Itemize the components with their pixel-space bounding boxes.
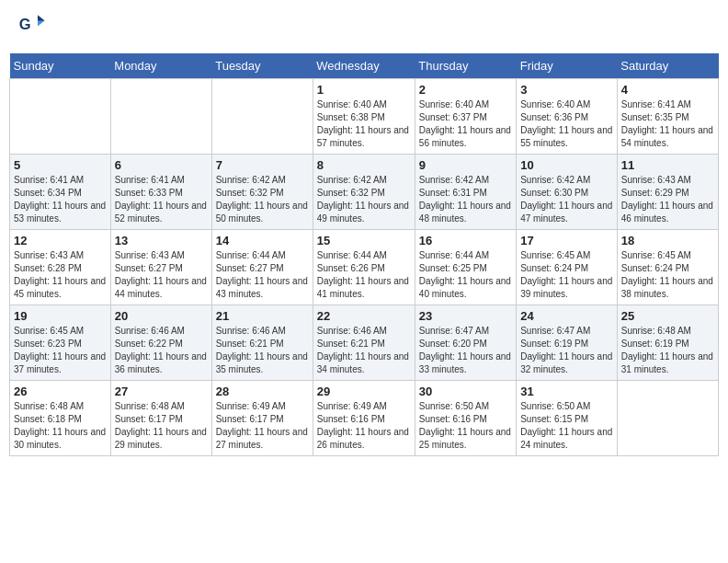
calendar-cell: 17Sunrise: 6:45 AM Sunset: 6:24 PM Dayli… [517, 230, 618, 305]
day-number: 25 [621, 309, 714, 323]
day-info: Sunrise: 6:40 AM Sunset: 6:36 PM Dayligh… [520, 98, 613, 150]
day-number: 18 [621, 234, 714, 247]
day-info: Sunrise: 6:49 AM Sunset: 6:16 PM Dayligh… [317, 400, 411, 452]
page-header: G [9, 9, 719, 46]
calendar-week-row: 19Sunrise: 6:45 AM Sunset: 6:23 PM Dayli… [10, 305, 719, 381]
calendar-cell: 26Sunrise: 6:48 AM Sunset: 6:18 PM Dayli… [10, 381, 111, 456]
calendar-cell: 3Sunrise: 6:40 AM Sunset: 6:36 PM Daylig… [517, 79, 618, 155]
calendar-week-row: 12Sunrise: 6:43 AM Sunset: 6:28 PM Dayli… [10, 230, 719, 305]
calendar-cell: 1Sunrise: 6:40 AM Sunset: 6:38 PM Daylig… [313, 79, 415, 155]
day-info: Sunrise: 6:43 AM Sunset: 6:27 PM Dayligh… [115, 249, 208, 301]
calendar-cell: 7Sunrise: 6:42 AM Sunset: 6:32 PM Daylig… [211, 155, 313, 230]
calendar-cell: 22Sunrise: 6:46 AM Sunset: 6:21 PM Dayli… [313, 305, 415, 381]
day-info: Sunrise: 6:42 AM Sunset: 6:30 PM Dayligh… [520, 174, 613, 225]
day-info: Sunrise: 6:48 AM Sunset: 6:19 PM Dayligh… [621, 325, 714, 376]
day-number: 6 [115, 158, 208, 172]
day-info: Sunrise: 6:45 AM Sunset: 6:23 PM Dayligh… [14, 325, 107, 376]
logo: G [18, 14, 48, 41]
day-number: 3 [520, 83, 613, 97]
day-info: Sunrise: 6:41 AM Sunset: 6:35 PM Dayligh… [621, 98, 714, 150]
day-of-week-friday: Friday [517, 53, 618, 79]
calendar-cell: 8Sunrise: 6:42 AM Sunset: 6:32 PM Daylig… [313, 155, 415, 230]
calendar-cell [110, 79, 211, 155]
calendar-cell: 2Sunrise: 6:40 AM Sunset: 6:37 PM Daylig… [415, 79, 516, 155]
day-info: Sunrise: 6:50 AM Sunset: 6:16 PM Dayligh… [419, 400, 512, 452]
calendar-cell: 25Sunrise: 6:48 AM Sunset: 6:19 PM Dayli… [617, 305, 718, 381]
day-number: 8 [317, 158, 411, 172]
calendar-cell: 6Sunrise: 6:41 AM Sunset: 6:33 PM Daylig… [110, 155, 211, 230]
calendar-cell: 14Sunrise: 6:44 AM Sunset: 6:27 PM Dayli… [211, 230, 313, 305]
calendar-week-row: 5Sunrise: 6:41 AM Sunset: 6:34 PM Daylig… [10, 155, 719, 230]
day-info: Sunrise: 6:40 AM Sunset: 6:38 PM Dayligh… [317, 98, 411, 150]
day-number: 2 [419, 83, 512, 97]
calendar-cell: 18Sunrise: 6:45 AM Sunset: 6:24 PM Dayli… [617, 230, 718, 305]
calendar-cell [617, 381, 718, 456]
day-number: 19 [14, 309, 107, 323]
calendar-cell: 10Sunrise: 6:42 AM Sunset: 6:30 PM Dayli… [517, 155, 618, 230]
day-number: 16 [419, 234, 512, 247]
day-info: Sunrise: 6:41 AM Sunset: 6:34 PM Dayligh… [14, 174, 107, 225]
day-info: Sunrise: 6:40 AM Sunset: 6:37 PM Dayligh… [419, 98, 512, 150]
day-number: 29 [317, 385, 411, 398]
day-number: 31 [520, 385, 613, 398]
day-number: 5 [14, 158, 107, 172]
day-of-week-saturday: Saturday [617, 53, 718, 79]
day-info: Sunrise: 6:42 AM Sunset: 6:32 PM Dayligh… [216, 174, 309, 225]
day-number: 24 [520, 309, 613, 323]
day-info: Sunrise: 6:46 AM Sunset: 6:21 PM Dayligh… [317, 325, 411, 376]
day-info: Sunrise: 6:45 AM Sunset: 6:24 PM Dayligh… [520, 249, 613, 301]
day-number: 4 [621, 83, 714, 97]
calendar-header-row: SundayMondayTuesdayWednesdayThursdayFrid… [10, 53, 719, 79]
day-of-week-thursday: Thursday [415, 53, 516, 79]
day-number: 17 [520, 234, 613, 247]
calendar-cell: 31Sunrise: 6:50 AM Sunset: 6:15 PM Dayli… [517, 381, 618, 456]
day-number: 11 [621, 158, 714, 172]
calendar-cell [211, 79, 313, 155]
calendar-cell: 5Sunrise: 6:41 AM Sunset: 6:34 PM Daylig… [10, 155, 111, 230]
day-info: Sunrise: 6:45 AM Sunset: 6:24 PM Dayligh… [621, 249, 714, 301]
day-number: 27 [115, 385, 208, 398]
day-info: Sunrise: 6:46 AM Sunset: 6:21 PM Dayligh… [216, 325, 309, 376]
calendar-cell: 15Sunrise: 6:44 AM Sunset: 6:26 PM Dayli… [313, 230, 415, 305]
day-number: 10 [520, 158, 613, 172]
day-info: Sunrise: 6:48 AM Sunset: 6:18 PM Dayligh… [14, 400, 107, 452]
day-number: 1 [317, 83, 411, 97]
day-info: Sunrise: 6:43 AM Sunset: 6:28 PM Dayligh… [14, 249, 107, 301]
calendar-cell: 9Sunrise: 6:42 AM Sunset: 6:31 PM Daylig… [415, 155, 516, 230]
day-info: Sunrise: 6:44 AM Sunset: 6:27 PM Dayligh… [216, 249, 309, 301]
day-number: 15 [317, 234, 411, 247]
logo-icon: G [18, 14, 46, 41]
day-info: Sunrise: 6:44 AM Sunset: 6:26 PM Dayligh… [317, 249, 411, 301]
day-info: Sunrise: 6:42 AM Sunset: 6:32 PM Dayligh… [317, 174, 411, 225]
calendar-week-row: 26Sunrise: 6:48 AM Sunset: 6:18 PM Dayli… [10, 381, 719, 456]
calendar-cell: 12Sunrise: 6:43 AM Sunset: 6:28 PM Dayli… [10, 230, 111, 305]
calendar-week-row: 1Sunrise: 6:40 AM Sunset: 6:38 PM Daylig… [10, 79, 719, 155]
day-of-week-monday: Monday [110, 53, 211, 79]
day-info: Sunrise: 6:42 AM Sunset: 6:31 PM Dayligh… [419, 174, 512, 225]
day-number: 22 [317, 309, 411, 323]
calendar-cell [10, 79, 111, 155]
calendar-cell: 19Sunrise: 6:45 AM Sunset: 6:23 PM Dayli… [10, 305, 111, 381]
day-of-week-wednesday: Wednesday [313, 53, 415, 79]
calendar-cell: 21Sunrise: 6:46 AM Sunset: 6:21 PM Dayli… [211, 305, 313, 381]
calendar-cell: 28Sunrise: 6:49 AM Sunset: 6:17 PM Dayli… [211, 381, 313, 456]
day-of-week-sunday: Sunday [10, 53, 111, 79]
day-info: Sunrise: 6:50 AM Sunset: 6:15 PM Dayligh… [520, 400, 613, 452]
day-number: 14 [216, 234, 309, 247]
calendar-cell: 27Sunrise: 6:48 AM Sunset: 6:17 PM Dayli… [110, 381, 211, 456]
day-of-week-tuesday: Tuesday [211, 53, 313, 79]
day-info: Sunrise: 6:43 AM Sunset: 6:29 PM Dayligh… [621, 174, 714, 225]
calendar-cell: 13Sunrise: 6:43 AM Sunset: 6:27 PM Dayli… [110, 230, 211, 305]
calendar: SundayMondayTuesdayWednesdayThursdayFrid… [9, 53, 719, 456]
calendar-cell: 24Sunrise: 6:47 AM Sunset: 6:19 PM Dayli… [517, 305, 618, 381]
day-number: 26 [14, 385, 107, 398]
day-info: Sunrise: 6:49 AM Sunset: 6:17 PM Dayligh… [216, 400, 309, 452]
calendar-cell: 4Sunrise: 6:41 AM Sunset: 6:35 PM Daylig… [617, 79, 718, 155]
calendar-cell: 16Sunrise: 6:44 AM Sunset: 6:25 PM Dayli… [415, 230, 516, 305]
day-number: 20 [115, 309, 208, 323]
day-number: 21 [216, 309, 309, 323]
calendar-cell: 29Sunrise: 6:49 AM Sunset: 6:16 PM Dayli… [313, 381, 415, 456]
calendar-cell: 11Sunrise: 6:43 AM Sunset: 6:29 PM Dayli… [617, 155, 718, 230]
day-number: 7 [216, 158, 309, 172]
day-info: Sunrise: 6:47 AM Sunset: 6:20 PM Dayligh… [419, 325, 512, 376]
